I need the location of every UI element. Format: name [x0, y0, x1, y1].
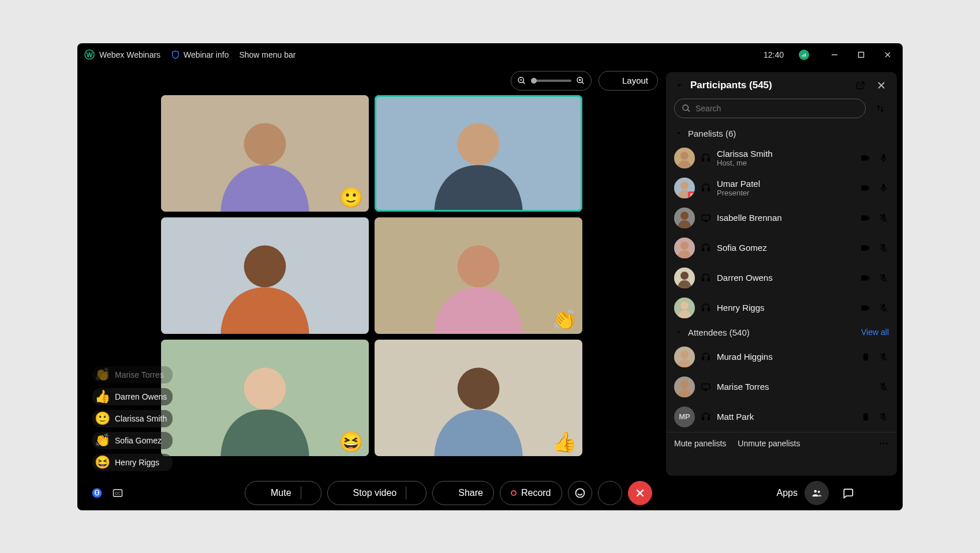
zoom-slider[interactable] — [531, 80, 571, 82]
dots-icon — [874, 488, 884, 498]
svg-point-55 — [680, 242, 689, 250]
more-options-button[interactable] — [598, 481, 622, 505]
panel-more-button[interactable] — [878, 438, 889, 449]
share-button[interactable]: Share — [432, 481, 494, 505]
view-all-link[interactable]: View all — [861, 328, 889, 337]
participants-toggle-button[interactable] — [805, 481, 829, 505]
panel-options-button[interactable] — [867, 481, 891, 505]
attendees-group-header[interactable]: Attendees (540) View all — [666, 323, 897, 342]
computer-icon — [701, 213, 711, 223]
end-call-button[interactable] — [628, 481, 652, 505]
panelist-row[interactable]: Darren Owens — [674, 263, 889, 293]
reaction-name: Henry Riggs — [115, 458, 159, 467]
panelist-row[interactable]: Isabelle Brennan — [674, 203, 889, 233]
sort-button[interactable] — [871, 100, 889, 117]
zoom-control[interactable] — [511, 71, 592, 91]
search-input[interactable] — [695, 104, 858, 113]
tile-reaction-icon: 🙂 — [339, 187, 363, 207]
presenter-badge-icon: ▣ — [688, 191, 695, 198]
captions-button[interactable] — [112, 487, 135, 499]
unmute-panelists-button[interactable]: Unmute panelists — [738, 439, 800, 448]
layout-button[interactable]: Layout — [599, 71, 658, 91]
participant-name: Darren Owens — [717, 273, 854, 283]
reaction-name: Darren Owens — [115, 392, 167, 401]
svg-point-59 — [680, 302, 689, 310]
headset-icon — [701, 243, 711, 253]
stage-controls: Layout — [77, 66, 666, 95]
record-button[interactable]: Record — [500, 481, 562, 505]
chat-button[interactable] — [836, 481, 860, 505]
video-tile[interactable]: 👏 — [375, 217, 582, 334]
cc-icon — [112, 487, 124, 499]
brand-label: Webex Webinars — [99, 50, 160, 59]
chevron-down-icon — [300, 50, 309, 59]
bottom-toolbar: Mute Stop video Share Record — [77, 476, 903, 510]
clock: 12:40 — [764, 50, 784, 59]
reactions-button[interactable] — [568, 481, 592, 505]
video-tile[interactable] — [161, 217, 369, 334]
panel-footer: Mute panelists Unmute panelists — [666, 432, 897, 454]
mute-label: Mute — [271, 488, 291, 498]
avatar: ▣ — [674, 178, 695, 198]
window-close-button[interactable] — [880, 47, 896, 63]
reaction-name: Marise Torres — [115, 370, 164, 379]
reaction-feed-item: 😆 Henry Riggs — [92, 454, 173, 471]
attendee-row[interactable]: MP Matt Park — [674, 402, 889, 432]
tile-reaction-icon: 👏 — [552, 310, 577, 329]
connection-quality-badge[interactable] — [799, 50, 809, 60]
avatar — [674, 208, 695, 228]
mouse-icon — [861, 352, 870, 362]
apps-button[interactable]: Apps — [762, 488, 798, 498]
popout-button[interactable] — [853, 78, 868, 93]
panelist-row[interactable]: Sofia Gomez — [674, 233, 889, 263]
chevron-down-icon[interactable] — [412, 488, 421, 498]
svg-point-63 — [680, 381, 689, 389]
assistant-button[interactable] — [89, 485, 105, 501]
mic-icon — [256, 488, 266, 498]
participant-name: Marise Torres — [717, 382, 873, 392]
panelist-row[interactable]: ▣ Umar Patel Presenter — [674, 173, 889, 203]
svg-point-32 — [244, 123, 286, 165]
avatar — [674, 298, 695, 318]
show-menu-toggle[interactable]: Show menu bar — [239, 50, 308, 59]
zoom-in-icon[interactable] — [576, 76, 585, 85]
mic-status-icon — [878, 303, 889, 313]
video-tile[interactable]: 😆 — [161, 340, 369, 456]
window-minimize-button[interactable] — [826, 47, 843, 63]
reaction-emoji-icon: 👏 — [95, 434, 110, 447]
search-box[interactable] — [674, 99, 866, 118]
mute-panelists-button[interactable]: Mute panelists — [674, 439, 726, 448]
camera-icon — [860, 183, 870, 193]
camera-icon — [860, 243, 870, 253]
mouse-icon — [861, 412, 870, 422]
attendee-row[interactable]: Marise Torres — [674, 372, 889, 402]
panelist-row[interactable]: Clarissa Smith Host, me — [674, 143, 889, 173]
svg-point-51 — [680, 182, 689, 190]
webinar-info-button[interactable]: Webinar info — [171, 50, 229, 59]
headset-icon — [701, 352, 711, 362]
attendee-row[interactable]: Murad Higgins — [674, 342, 889, 372]
reaction-feed-item: 🙂 Clarissa Smith — [92, 410, 173, 427]
video-tile[interactable] — [375, 95, 582, 212]
avatar: MP — [674, 407, 695, 427]
reaction-emoji-icon: 😆 — [95, 456, 110, 469]
mic-status-icon — [878, 153, 889, 163]
stop-video-button[interactable]: Stop video — [327, 481, 427, 505]
app-window: ⓦ Webex Webinars Webinar info Show menu … — [77, 43, 903, 510]
close-panel-button[interactable] — [874, 78, 889, 93]
shield-icon — [171, 50, 180, 59]
zoom-out-icon[interactable] — [517, 76, 526, 85]
participant-name: Clarissa Smith — [717, 149, 854, 159]
apps-label: Apps — [777, 488, 798, 498]
mute-button[interactable]: Mute — [245, 481, 321, 505]
panelists-group-header[interactable]: Panelists (6) — [666, 124, 897, 143]
window-maximize-button[interactable] — [853, 47, 869, 63]
chevron-down-icon[interactable] — [307, 488, 316, 498]
grid-icon — [608, 76, 618, 85]
video-tile[interactable]: 👍 — [375, 340, 582, 456]
video-tile[interactable]: 🙂 — [161, 95, 369, 212]
svg-rect-29 — [859, 52, 864, 57]
close-icon — [877, 81, 886, 90]
chevron-down-icon[interactable] — [674, 80, 684, 91]
panelist-row[interactable]: Henry Riggs — [674, 293, 889, 323]
